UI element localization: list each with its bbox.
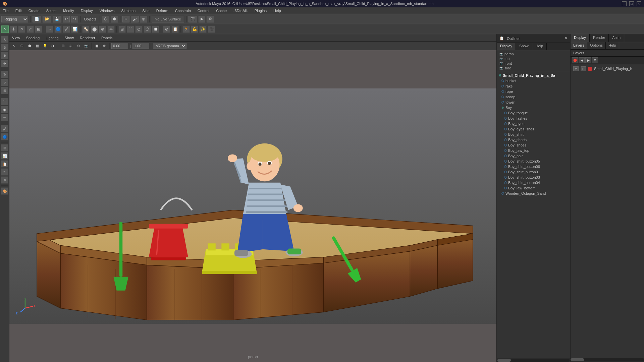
vp-menu-view[interactable]: View <box>11 35 21 41</box>
outliner-close-button[interactable]: ✕ <box>565 36 568 41</box>
gamma-selector[interactable]: sRGB gamma Linear <box>153 43 186 49</box>
menu-skeleton[interactable]: Skeleton <box>120 8 137 13</box>
list-item[interactable]: ⊕ Small_Child_Playing_in_a_Sa <box>497 73 570 78</box>
vp-xray-btn[interactable]: ⊙ <box>75 43 82 49</box>
layer-p-badge[interactable]: P <box>581 66 586 71</box>
menu-edit[interactable]: Edit <box>14 8 23 13</box>
list-item[interactable]: ⬡ Boy_shirt_button05 <box>497 159 570 164</box>
sculpt-button[interactable]: 🔵 <box>54 25 62 33</box>
menu-control[interactable]: Control <box>196 8 211 13</box>
layers-scrollbar-thumb[interactable] <box>571 358 584 361</box>
list-item[interactable]: ⬡ Boy_lashes <box>497 116 570 121</box>
view-persp[interactable]: 📷 persp <box>498 52 569 56</box>
vp-select-btn[interactable]: ↖ <box>11 43 17 49</box>
list-item[interactable]: ⬡ Boy_shirt_button03 <box>497 175 570 180</box>
grid-lt-button[interactable]: ⊞ <box>1 144 8 152</box>
vp-field1-input[interactable] <box>111 43 128 49</box>
vp-cam-btn[interactable]: 📷 <box>83 43 90 49</box>
layer-lt-button[interactable]: ⊕ <box>1 176 8 184</box>
paint-lt-2-button[interactable]: 🔵 <box>1 133 8 140</box>
vp-grid-btn[interactable]: ⊞ <box>60 43 66 49</box>
vp-menu-shading[interactable]: Shading <box>25 35 41 41</box>
list-item[interactable]: ⬡ Boy_jaw_bottom <box>497 185 570 191</box>
view-front[interactable]: 📷 front <box>498 61 569 66</box>
vp-shadow-btn[interactable]: ◑ <box>49 43 56 49</box>
list-item[interactable]: ⬡ Boy_shirt <box>497 132 570 137</box>
vp-isolate-btn[interactable]: ◎ <box>67 43 74 49</box>
mirror-joint-button[interactable]: ⇔ <box>107 25 115 33</box>
transform2-lt-button[interactable]: ⊞ <box>1 87 8 94</box>
panel-subtab-layers[interactable]: Layers <box>571 42 587 49</box>
joint-tool-button[interactable]: ⬤ <box>91 25 98 33</box>
outliner-tab-show[interactable]: Show <box>516 43 532 50</box>
vp-smooth-btn[interactable]: ⬢ <box>26 43 33 49</box>
snap-grid-button[interactable]: ⊞ <box>118 25 126 33</box>
vp-hud-btn[interactable]: ⊕ <box>101 43 108 49</box>
view-side[interactable]: 📷 side <box>498 66 569 70</box>
list-item[interactable]: ⬡ Boy_jaw_top <box>497 148 570 153</box>
vp-menu-show[interactable]: Show <box>63 35 75 41</box>
move-lt-button[interactable]: ✛ <box>1 60 8 67</box>
list-item[interactable]: ⬡ Boy_shirt_button04 <box>497 180 570 185</box>
next-frame-tb-button[interactable]: ▶ <box>585 57 591 63</box>
view-top[interactable]: 📷 top <box>498 56 569 61</box>
list-item[interactable]: ⬡ Boy_shorts <box>497 137 570 142</box>
panel-subtab-options[interactable]: Options <box>587 42 606 49</box>
snap-surface-button[interactable]: ⬡ <box>144 25 151 33</box>
vp-menu-lighting[interactable]: Lighting <box>44 35 60 41</box>
layer-v-badge[interactable]: V <box>573 66 579 71</box>
skin-lt-button[interactable]: 🖊 <box>1 125 8 132</box>
prev-frame-tb-button[interactable]: ◀ <box>579 57 585 63</box>
menu-3dtoall[interactable]: -3DtoAll- <box>232 8 249 13</box>
lasso-select[interactable]: ⊙ <box>122 16 129 22</box>
outliner-scrollbar-h[interactable] <box>497 358 570 362</box>
mode-selector[interactable]: Rigging Animation Modeling <box>1 16 28 22</box>
vp-field2-input[interactable] <box>132 43 149 49</box>
construction-history-button[interactable]: 📋 <box>171 25 179 33</box>
layers-scrollbar-track[interactable] <box>571 358 644 361</box>
ipr-render-button[interactable]: ▶ <box>199 16 205 22</box>
live-surface-button[interactable]: No Live Surface <box>152 16 184 22</box>
rotate-tool-button[interactable]: ↻ <box>18 25 25 33</box>
menu-file[interactable]: File <box>1 8 10 13</box>
select-object-button[interactable]: ⬡ <box>102 16 109 22</box>
menu-cache[interactable]: Cache <box>215 8 228 13</box>
scrollbar-thumb[interactable] <box>497 359 511 362</box>
list-item[interactable]: ⬡ tower <box>497 100 570 105</box>
snap-point-button[interactable]: ⊙ <box>135 25 143 33</box>
display-lt-button[interactable]: 📊 <box>1 152 8 160</box>
menu-constrain[interactable]: Constrain <box>174 8 192 13</box>
list-item[interactable]: ⬡ Boy_tongue <box>497 110 570 116</box>
layer-row-1[interactable]: V P Small_Child_Playing_ir <box>572 66 643 72</box>
list-item[interactable]: ⬡ rake <box>497 83 570 89</box>
menu-windows[interactable]: Windows <box>98 8 116 13</box>
new-layer-button[interactable]: 🔴 <box>572 57 578 63</box>
soft-select[interactable]: ◎ <box>140 16 147 22</box>
scrollbar-track[interactable] <box>497 359 570 362</box>
menu-skin[interactable]: Skin <box>141 8 151 13</box>
move-tool-button[interactable]: ✛ <box>10 25 17 33</box>
attr-lt-button[interactable]: 📋 <box>1 160 8 168</box>
snap-curve-button[interactable]: ⌒ <box>127 25 134 33</box>
list-item[interactable]: ⬡ Boy_shoes <box>497 142 570 148</box>
render-proxy-button[interactable]: 🎥 <box>208 25 215 33</box>
snap-live-button[interactable]: 🔲 <box>152 25 159 33</box>
scale-tool-button[interactable]: ⤢ <box>26 25 34 33</box>
symmetry-button[interactable]: ⊜ <box>163 25 170 33</box>
new-scene-button[interactable]: 📄 <box>33 16 41 22</box>
layer-options-button[interactable]: ⚙ <box>592 57 598 63</box>
lasso-lt-button[interactable]: ⊙ <box>1 44 8 51</box>
paint-weights-button[interactable]: 🖊 <box>63 25 70 33</box>
vp-light-btn[interactable]: 💡 <box>42 43 48 49</box>
orient-joint-button[interactable]: ⊕ <box>99 25 106 33</box>
scale-lt-button[interactable]: ⤢ <box>1 79 8 86</box>
list-item[interactable]: ⊕ Boy <box>497 105 570 110</box>
close-button[interactable]: ✕ <box>637 1 641 6</box>
char-anim-button[interactable]: 🏃 <box>182 25 190 33</box>
menu-create[interactable]: Create <box>27 8 41 13</box>
list-item[interactable]: ⬡ bucket <box>497 78 570 83</box>
transform-tool-button[interactable]: ⊞ <box>35 25 42 33</box>
select-tool-button[interactable]: ↖ <box>1 25 9 33</box>
curve-lt-button[interactable]: ⌒ <box>1 98 8 105</box>
menu-display[interactable]: Display <box>79 8 94 13</box>
